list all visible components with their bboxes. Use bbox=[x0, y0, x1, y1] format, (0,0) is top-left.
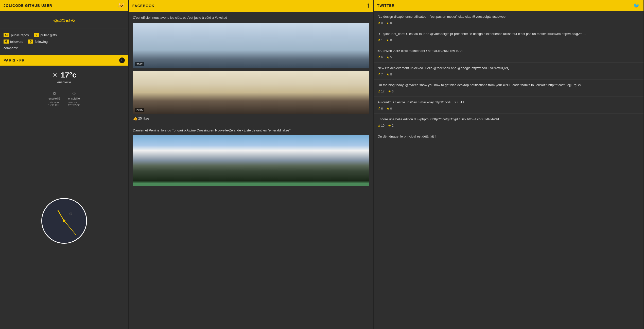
star-action: ★ 6 bbox=[388, 90, 394, 93]
retweet-icon: ↺ bbox=[378, 72, 380, 76]
stat-following: 0 following bbox=[28, 40, 48, 44]
post-2-text: Damien et Perrine, lors du Tongariro Alp… bbox=[133, 128, 369, 133]
retweet-icon: ↺ bbox=[378, 38, 380, 42]
twitter-panel-header: TWITTER 🐦 bbox=[374, 0, 643, 11]
clock-center-dot bbox=[63, 220, 65, 222]
retweet-icon: ↺ bbox=[378, 107, 380, 110]
weather-panel-header: PARIS - FR i bbox=[0, 55, 128, 66]
tweet-post-5: On the blog today, @pyrech show you how … bbox=[374, 80, 643, 97]
weather-unit: °c bbox=[69, 71, 77, 79]
minute-hand bbox=[64, 221, 76, 235]
facebook-column: FACEBOOK f C'est officiel, nous avons le… bbox=[129, 0, 374, 329]
hour-hand bbox=[58, 210, 65, 221]
star-action: ★ 8 bbox=[386, 72, 392, 76]
stat-row-follow: 0 followers 0 following bbox=[4, 40, 125, 44]
twitter-column: TWITTER 🐦 "Le design d'expérience utilis… bbox=[374, 0, 644, 329]
tweet-4-text: New life achievement unlocked. Hello @fa… bbox=[378, 66, 639, 71]
stat-row-repos: 42 public repos 0 public gists bbox=[4, 33, 125, 37]
star-count: 0 bbox=[390, 21, 392, 25]
tweet-7-actions: ↺ 10 ★ 2 bbox=[378, 124, 639, 128]
tweet-5-actions: ↺ 17 ★ 6 bbox=[378, 90, 639, 93]
left-column: JOLICODE GITHUB USER 🐱 <joliCode/> 42 pu… bbox=[0, 0, 129, 329]
weather-temperature: 17°c bbox=[61, 71, 76, 79]
tweet-6-actions: ↺ 6 ★ 0 bbox=[378, 107, 639, 110]
tweet-post-2: RT @lbrunet_com: C'est au tour de @vdesd… bbox=[374, 28, 643, 46]
tweet-7-text: Encore une belle édition du #phptour htt… bbox=[378, 117, 639, 122]
github-icon: 🐱 bbox=[118, 3, 125, 9]
retweet-action: ↺ 0 bbox=[378, 21, 383, 25]
forecast-1-label: ensoleillé bbox=[48, 97, 60, 100]
twitter-feed[interactable]: "Le design d'expérience utilisateur n'es… bbox=[374, 11, 643, 329]
post-1-image-1 bbox=[133, 23, 369, 68]
thumbs-up-icon: 👍 bbox=[133, 117, 137, 121]
retweet-count: 7 bbox=[381, 73, 383, 76]
twitter-title: TWITTER bbox=[377, 4, 395, 8]
star-count: 8 bbox=[390, 73, 392, 76]
facebook-feed[interactable]: C'est officiel, nous avons les clés, et … bbox=[129, 12, 373, 329]
github-logo: <joliCode/> bbox=[53, 18, 75, 24]
post-1-year-badge-2: 2015 bbox=[135, 108, 144, 112]
forecast-2-min-temp: 12°C bbox=[68, 104, 74, 107]
facebook-panel-header: FACEBOOK f bbox=[129, 0, 373, 12]
weather-body: ☀ 17°c ensoleillé ☼ ensoleillé min. max.… bbox=[0, 66, 128, 113]
retweet-count: 6 bbox=[381, 107, 383, 110]
star-icon: ★ bbox=[386, 55, 389, 59]
public-gists-count: 0 bbox=[34, 33, 39, 37]
star-icon: ★ bbox=[386, 21, 389, 25]
company-label: company: bbox=[4, 46, 18, 50]
github-title: JOLICODE GITHUB USER bbox=[4, 4, 52, 8]
tweet-2-text: RT @lbrunet_com: C'est au tour de @vdesd… bbox=[378, 31, 639, 36]
public-repos-count: 42 bbox=[4, 33, 9, 37]
following-count: 0 bbox=[28, 40, 33, 44]
post-1-image-1-wrapper: 2012 bbox=[133, 23, 369, 68]
tweet-4-actions: ↺ 7 ★ 8 bbox=[378, 72, 639, 76]
retweet-count: 10 bbox=[381, 124, 385, 127]
stat-public-gists: 0 public gists bbox=[34, 33, 57, 37]
forecast-2-max-temp: 22°C bbox=[74, 104, 80, 107]
weather-description: ensoleillé bbox=[4, 80, 125, 84]
retweet-action: ↺ 10 bbox=[378, 124, 385, 128]
post-1-image-2 bbox=[133, 71, 369, 114]
github-panel-header: JOLICODE GITHUB USER 🐱 bbox=[0, 0, 128, 11]
stat-followers: 0 followers bbox=[4, 40, 23, 44]
tweet-3-actions: ↺ 6 ★ 5 bbox=[378, 55, 639, 59]
tweet-post-4: New life achievement unlocked. Hello @fa… bbox=[374, 63, 643, 80]
weather-info-icon: i bbox=[119, 57, 125, 63]
forecast-2-temps: min. max. 12°C 22°C bbox=[68, 101, 80, 107]
facebook-post-1: C'est officiel, nous avons les clés, et … bbox=[129, 12, 373, 124]
retweet-count: 1 bbox=[381, 38, 383, 42]
forecast-2-label: ensoleillé bbox=[68, 97, 80, 100]
star-icon: ★ bbox=[386, 38, 389, 42]
forecast-1-min-temp: 12°C bbox=[48, 104, 54, 107]
tweet-2-actions: ↺ 1 ★ 0 bbox=[378, 38, 639, 42]
star-action: ★ 2 bbox=[388, 124, 394, 128]
retweet-icon: ↺ bbox=[378, 21, 380, 25]
retweet-action: ↺ 6 bbox=[378, 107, 383, 110]
post-2-image bbox=[133, 135, 369, 186]
weather-sun-icon: ☀ bbox=[52, 71, 58, 79]
star-icon: ★ bbox=[386, 72, 389, 76]
post-1-likes: 👍 25 likes. bbox=[133, 117, 369, 121]
forecast-1-icon: ☼ bbox=[48, 90, 60, 96]
retweet-action: ↺ 7 bbox=[378, 72, 383, 76]
facebook-title: FACEBOOK bbox=[132, 4, 154, 8]
star-count: 5 bbox=[390, 55, 392, 59]
forecast-2-icon: ☼ bbox=[68, 90, 80, 96]
tweet-post-1: "Le design d'expérience utilisateur n'es… bbox=[374, 11, 643, 28]
forecast-day-2: ☼ ensoleillé min. max. 12°C 22°C bbox=[68, 90, 80, 107]
tweet-3-text: #SudWeb 2015 c'est maintenant ! http://t… bbox=[378, 48, 639, 53]
tweet-8-text: On déménage, le principal est déjà fait … bbox=[378, 134, 639, 139]
public-gists-label: public gists bbox=[40, 33, 57, 37]
star-count: 0 bbox=[390, 38, 392, 42]
clock-panel: ⚙ bbox=[0, 113, 128, 329]
weather-location: PARIS - FR bbox=[4, 58, 25, 62]
post-2-image-wrapper bbox=[133, 135, 369, 186]
post-1-likes-text: 25 likes. bbox=[138, 117, 150, 120]
retweet-icon: ↺ bbox=[378, 55, 380, 59]
retweet-action: ↺ 17 bbox=[378, 90, 385, 93]
retweet-action: ↺ 6 bbox=[378, 55, 383, 59]
stat-public-repos: 42 public repos bbox=[4, 33, 29, 37]
forecast-2-min-label: min. bbox=[68, 101, 73, 104]
star-action: ★ 0 bbox=[386, 21, 392, 25]
star-count: 0 bbox=[390, 107, 392, 110]
